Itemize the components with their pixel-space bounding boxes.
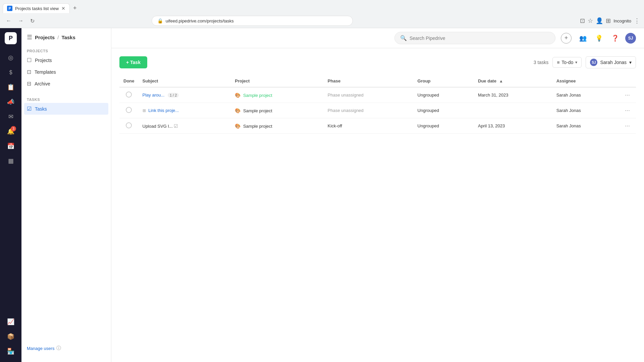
subtask-count-badge-1: 1 / 2 xyxy=(168,93,179,98)
done-col-label: Done xyxy=(123,78,135,83)
col-due-date[interactable]: Due date ▲ xyxy=(474,75,552,87)
lightbulb-button[interactable]: 💡 xyxy=(593,32,605,44)
group-col-label: Group xyxy=(418,78,431,83)
sidebar-item-archive[interactable]: ⊟ Archive xyxy=(21,78,111,89)
project-icon-2: 🎨 xyxy=(235,108,240,113)
manage-users-link[interactable]: Manage users xyxy=(27,346,54,351)
subject-cell-1: Play arou... 1 / 2 xyxy=(139,87,231,103)
back-button[interactable]: ← xyxy=(4,16,13,25)
assignee-cell-3: Sarah Jonas xyxy=(552,118,619,134)
sidebar-item-tasks[interactable]: ☑ Tasks xyxy=(24,103,108,115)
actions-cell-2: ··· xyxy=(619,103,636,118)
extensions-icon[interactable]: ⊞ xyxy=(606,17,611,24)
tasks-icon: ☑ xyxy=(27,106,32,112)
due-date-cell-3: April 13, 2023 xyxy=(474,118,552,134)
due-date-cell-1: March 31, 2023 xyxy=(474,87,552,103)
nav-icon-mail[interactable]: ✉ xyxy=(4,110,17,123)
group-cell-2: Ungrouped xyxy=(414,103,474,118)
group-value-3: Ungrouped xyxy=(418,123,439,128)
tab-close-button[interactable]: ✕ xyxy=(61,6,65,11)
toolbar-right: 3 tasks ≡ To-do ▾ SJ Sarah Jonas ▾ xyxy=(534,56,636,68)
hamburger-button[interactable]: ☰ xyxy=(27,34,32,41)
templates-icon: ⊡ xyxy=(27,69,31,75)
assignee-filter-button[interactable]: SJ Sarah Jonas ▾ xyxy=(586,56,636,68)
active-tab[interactable]: P Projects tasks list view ✕ xyxy=(3,3,70,13)
row-more-button-1[interactable]: ··· xyxy=(623,91,632,99)
row-more-button-3[interactable]: ··· xyxy=(623,122,632,130)
more-options-icon[interactable]: ⋮ xyxy=(634,17,640,24)
person-group-button[interactable]: 👥 xyxy=(577,32,589,44)
logo-text: P xyxy=(9,35,13,42)
filter-icon: ≡ xyxy=(557,60,559,65)
subject-link-3[interactable]: Upload SVG I... xyxy=(143,124,173,129)
table-row: ⊞ Link this proje... 🎨 Sample project Ph… xyxy=(119,103,636,118)
nav-icon-target[interactable]: ◎ xyxy=(4,51,17,64)
nav-icon-notifications[interactable]: 🔔 3 xyxy=(4,125,17,138)
phase-value-1: Phase unassigned xyxy=(328,93,364,98)
new-tab-button[interactable]: + xyxy=(71,3,79,14)
breadcrumb-projects[interactable]: Projects xyxy=(35,35,55,40)
nav-icon-chart[interactable]: 📈 xyxy=(4,315,17,328)
col-assignee: Assignee xyxy=(552,75,619,87)
reload-button[interactable]: ↻ xyxy=(28,16,37,25)
sidebar-item-projects[interactable]: ☐ Projects xyxy=(21,54,111,66)
nav-icon-dashboard[interactable]: ▦ xyxy=(4,154,17,168)
project-cell-3: 🎨 Sample project xyxy=(231,118,324,134)
info-icon: ⓘ xyxy=(56,345,61,351)
add-task-button[interactable]: + Task xyxy=(119,56,147,68)
tab-title: Projects tasks list view xyxy=(15,6,59,11)
sidebar-header: ☰ Projects / Tasks xyxy=(21,34,111,46)
nav-icon-activities[interactable]: 📣 xyxy=(4,95,17,109)
table-body: Play arou... 1 / 2 🎨 Sample project Phas… xyxy=(119,87,636,134)
url-bar[interactable]: 🔒 uifeed.pipedrive.com/projects/tasks xyxy=(152,16,353,26)
nav-icon-box[interactable]: 📦 xyxy=(4,330,17,343)
done-circle-3[interactable] xyxy=(126,122,132,128)
done-circle-1[interactable] xyxy=(126,92,132,98)
chart-icon: 📈 xyxy=(7,318,14,325)
search-bar[interactable]: 🔍 xyxy=(394,32,555,44)
project-link-1[interactable]: Sample project xyxy=(243,93,272,98)
search-input[interactable] xyxy=(410,36,550,41)
sidebar-item-templates[interactable]: ⊡ Templates xyxy=(21,66,111,78)
todo-filter-button[interactable]: ≡ To-do ▾ xyxy=(552,57,582,68)
activities-icon: 📣 xyxy=(7,98,14,106)
bookmark-icon[interactable]: ☆ xyxy=(588,17,593,24)
toolbar: + Task 3 tasks ≡ To-do ▾ SJ Sarah Jonas … xyxy=(119,56,636,68)
done-cell-2[interactable] xyxy=(119,103,139,118)
help-button[interactable]: ❓ xyxy=(609,32,621,44)
table-row: Upload SVG I... ☑ 🎨 Sample project Kick-… xyxy=(119,118,636,134)
target-icon: ◎ xyxy=(8,54,13,61)
forward-button[interactable]: → xyxy=(16,16,25,25)
browser-actions: ⊡ ☆ 👤 ⊞ Incognito ⋮ xyxy=(580,17,640,24)
user-avatar[interactable]: SJ xyxy=(625,33,636,44)
done-circle-2[interactable] xyxy=(126,107,132,113)
done-cell-3[interactable] xyxy=(119,118,139,134)
nav-icon-calendar[interactable]: 📅 xyxy=(4,139,17,153)
box-icon: 📦 xyxy=(7,333,14,340)
filter-label: To-do xyxy=(561,60,573,65)
row-more-button-2[interactable]: ··· xyxy=(623,106,632,115)
nav-icon-deals[interactable]: ＄ xyxy=(4,66,17,79)
app-logo[interactable]: P xyxy=(5,32,17,44)
header-actions: 👥 💡 ❓ SJ xyxy=(577,32,636,44)
global-add-button[interactable]: + xyxy=(561,33,572,44)
tasks-section: TASKS ☑ Tasks xyxy=(21,95,111,115)
col-group: Group xyxy=(414,75,474,87)
cast-icon[interactable]: ⊡ xyxy=(580,17,585,24)
dashboard-icon: ▦ xyxy=(8,157,14,165)
subject-link-1[interactable]: Play arou... xyxy=(143,93,165,98)
address-bar: ← → ↻ 🔒 uifeed.pipedrive.com/projects/ta… xyxy=(0,14,644,28)
nav-icon-store[interactable]: 🏪 xyxy=(4,345,17,358)
phase-cell-3: Kick-off xyxy=(324,118,414,134)
profile-icon[interactable]: 👤 xyxy=(596,17,603,24)
nav-icon-projects[interactable]: 📋 xyxy=(4,80,17,94)
done-cell-1[interactable] xyxy=(119,87,139,103)
subject-link-2[interactable]: Link this proje... xyxy=(148,108,179,113)
sort-icon: ▲ xyxy=(499,79,503,83)
filter-chevron-icon: ▾ xyxy=(575,60,577,65)
tasks-table: Done Subject Project Phase Group xyxy=(119,75,636,134)
templates-label: Templates xyxy=(35,69,56,75)
tasks-label: Tasks xyxy=(35,106,47,112)
col-actions xyxy=(619,75,636,87)
due-date-value-3: April 13, 2023 xyxy=(478,123,505,128)
